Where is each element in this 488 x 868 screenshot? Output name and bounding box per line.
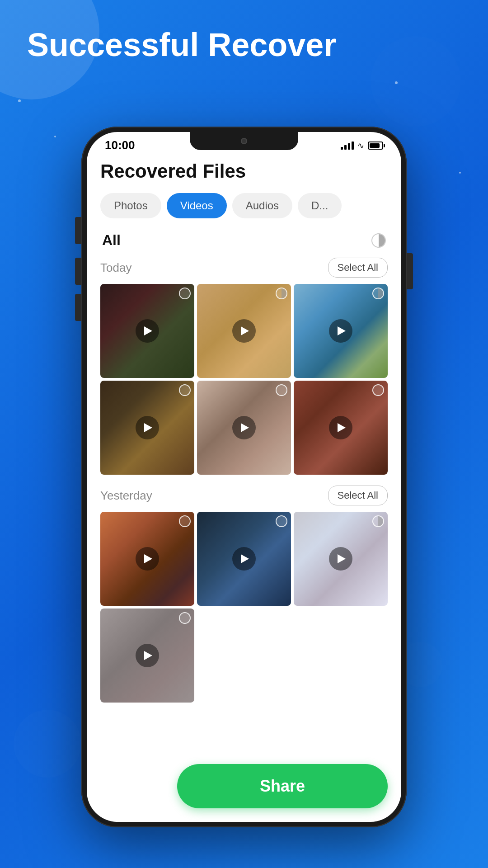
play-triangle-icon <box>241 554 249 563</box>
tab-videos[interactable]: Videos <box>167 193 227 218</box>
status-icons: ∿ <box>341 141 383 151</box>
yesterday-video-grid <box>100 512 388 703</box>
play-button-6[interactable] <box>329 416 352 439</box>
play-button-10[interactable] <box>136 644 159 667</box>
today-section-header: Today Select All <box>100 258 388 278</box>
play-button-1[interactable] <box>136 319 159 343</box>
tab-audios[interactable]: Audios <box>232 193 292 218</box>
phone-notch <box>190 132 298 150</box>
play-button-2[interactable] <box>232 319 256 343</box>
play-triangle-icon <box>144 651 152 660</box>
play-button-9[interactable] <box>329 547 352 571</box>
share-bar: Share <box>177 764 388 808</box>
front-camera <box>241 138 247 144</box>
thumb-checkbox-1[interactable] <box>179 288 191 299</box>
play-button-5[interactable] <box>232 416 256 439</box>
play-triangle-icon <box>144 326 152 335</box>
thumb-checkbox-10[interactable] <box>179 612 191 624</box>
wifi-icon: ∿ <box>357 141 364 151</box>
today-label: Today <box>100 261 131 275</box>
page-title: Successful Recover <box>27 27 336 63</box>
yesterday-label: Yesterday <box>100 489 152 503</box>
tabs-row: Photos Videos Audios D... <box>100 193 388 218</box>
app-content: Recovered Files Photos Videos Audios D..… <box>87 156 401 713</box>
video-thumb-4[interactable] <box>100 381 194 475</box>
thumb-checkbox-3[interactable] <box>372 288 384 299</box>
video-thumb-7[interactable] <box>100 512 194 606</box>
play-triangle-icon <box>338 326 346 335</box>
phone-mockup: 10:00 ∿ Recovered Files <box>81 127 407 827</box>
video-thumb-10[interactable] <box>100 609 194 703</box>
play-button-4[interactable] <box>136 416 159 439</box>
play-button-7[interactable] <box>136 547 159 571</box>
screen-title: Recovered Files <box>100 160 388 182</box>
tab-docs[interactable]: D... <box>298 193 342 218</box>
play-triangle-icon <box>144 423 152 432</box>
thumb-checkbox-6[interactable] <box>372 384 384 396</box>
tab-photos[interactable]: Photos <box>100 193 161 218</box>
battery-icon <box>368 142 383 150</box>
share-button[interactable]: Share <box>177 764 388 808</box>
signal-icon <box>341 142 354 150</box>
thumb-checkbox-7[interactable] <box>179 515 191 527</box>
video-thumb-9[interactable] <box>294 512 388 606</box>
thumb-checkbox-9[interactable] <box>372 515 384 527</box>
play-triangle-icon <box>338 554 346 563</box>
yesterday-section-header: Yesterday Select All <box>100 486 388 505</box>
play-button-3[interactable] <box>329 319 352 343</box>
all-row: All <box>100 232 388 249</box>
thumb-checkbox-2[interactable] <box>276 288 287 299</box>
play-triangle-icon <box>144 554 152 563</box>
thumb-checkbox-5[interactable] <box>276 384 287 396</box>
play-triangle-icon <box>241 423 249 432</box>
today-video-grid <box>100 284 388 475</box>
video-thumb-2[interactable] <box>197 284 291 378</box>
play-triangle-icon <box>241 326 249 335</box>
play-triangle-icon <box>338 423 346 432</box>
all-label: All <box>102 232 121 249</box>
yesterday-select-all-button[interactable]: Select All <box>328 486 388 505</box>
video-thumb-5[interactable] <box>197 381 291 475</box>
video-thumb-1[interactable] <box>100 284 194 378</box>
thumb-checkbox-4[interactable] <box>179 384 191 396</box>
thumb-checkbox-8[interactable] <box>276 515 287 527</box>
play-button-8[interactable] <box>232 547 256 571</box>
status-time: 10:00 <box>105 138 135 152</box>
all-select-checkbox[interactable] <box>371 233 386 248</box>
today-select-all-button[interactable]: Select All <box>328 258 388 278</box>
video-thumb-6[interactable] <box>294 381 388 475</box>
video-thumb-3[interactable] <box>294 284 388 378</box>
video-thumb-8[interactable] <box>197 512 291 606</box>
